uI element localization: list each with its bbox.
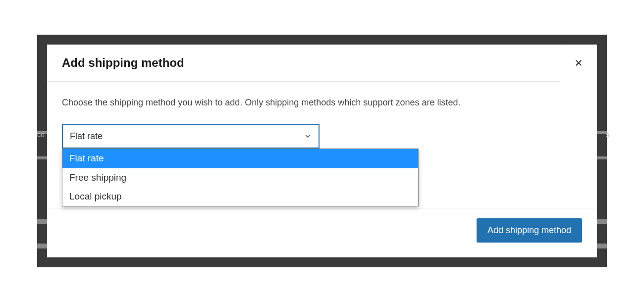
modal-description: Choose the shipping method you wish to a… xyxy=(62,97,582,109)
dropdown-option-local-pickup[interactable]: Local pickup xyxy=(62,187,418,206)
shipping-method-select-wrap: Flat rate Flat rate Free shipping Local … xyxy=(62,124,320,148)
selected-value: Flat rate xyxy=(70,131,103,142)
dropdown-option-flat-rate[interactable]: Flat rate xyxy=(62,149,418,168)
add-shipping-method-modal: Add shipping method Choose the shipping … xyxy=(47,45,597,257)
modal-footer: Add shipping method xyxy=(47,208,597,257)
dim-backdrop: co s Add shipping method Choose the ship… xyxy=(37,35,607,267)
modal-body: Choose the shipping method you wish to a… xyxy=(47,82,597,208)
shipping-method-select[interactable]: Flat rate xyxy=(62,124,320,148)
close-button[interactable] xyxy=(560,45,597,82)
shipping-method-dropdown: Flat rate Free shipping Local pickup xyxy=(62,148,419,206)
bg-text-fragment: co xyxy=(37,131,45,139)
close-icon xyxy=(574,58,583,67)
modal-header: Add shipping method xyxy=(47,45,597,82)
add-shipping-method-button[interactable]: Add shipping method xyxy=(477,218,582,243)
chevron-down-icon xyxy=(304,132,312,140)
modal-title: Add shipping method xyxy=(47,56,184,70)
bg-text-fragment: s xyxy=(606,131,609,139)
dropdown-option-free-shipping[interactable]: Free shipping xyxy=(62,168,418,187)
